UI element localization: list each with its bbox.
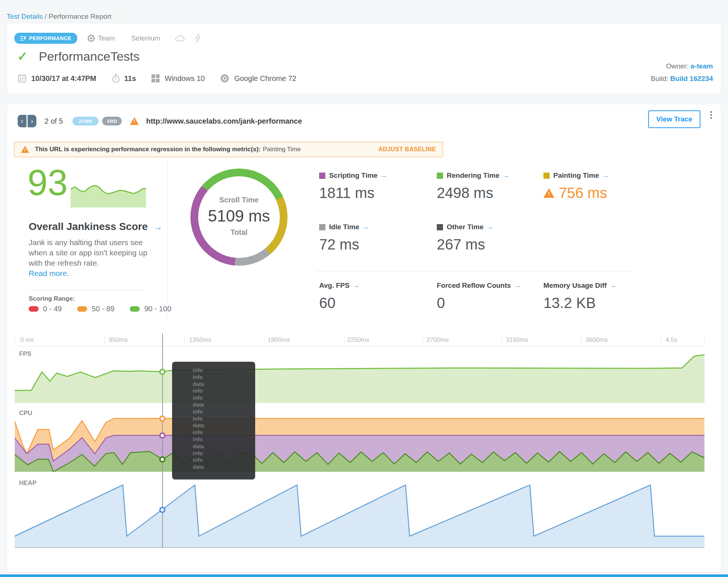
timeline-cursor[interactable] (162, 333, 163, 548)
page-url: http://www.saucelabs.com/jank-performanc… (146, 117, 302, 125)
metric-swatch (437, 173, 443, 179)
visibility-icon (88, 35, 95, 42)
tooltip-row: data (193, 422, 255, 429)
adjust-baseline-button[interactable]: ADJUST BASELINE (378, 146, 436, 153)
next-page-button[interactable]: › (28, 115, 36, 127)
build-line: Build: Build 162234 (651, 75, 713, 83)
metric-value: 72 ms (319, 236, 359, 253)
score-detail-arrow-icon[interactable]: → (154, 222, 163, 232)
metric-detail-arrow-icon[interactable]: → (381, 171, 388, 180)
owner-link[interactable]: a-team (690, 62, 713, 70)
metric-value: 0 (437, 295, 445, 311)
performance-badge: PERFORMANCE (14, 33, 77, 44)
lightning-icon (195, 34, 201, 43)
breadcrumb-test-details-link[interactable]: Test Details (7, 13, 43, 20)
score-sparkline (71, 184, 146, 208)
test-os: Windows 10 (165, 74, 205, 83)
metric-detail-arrow-icon[interactable]: → (362, 223, 369, 231)
banner-warning-icon (21, 146, 29, 153)
badge-row: PERFORMANCE Team Selenium (14, 33, 201, 44)
cursor-marker-2 (159, 432, 165, 439)
tick-label-1: 950ms (109, 336, 128, 344)
tooltip-row: info (193, 436, 255, 443)
read-more-link[interactable]: Read more. (29, 269, 69, 277)
team-label: Team (98, 34, 115, 42)
cursor-marker-3 (159, 456, 165, 463)
tooltip-row: info (193, 394, 255, 401)
test-title: PerformanceTests (39, 49, 140, 64)
view-trace-button[interactable]: View Trace (648, 110, 700, 128)
metric-painting-time: Painting Time→756 ms (543, 171, 609, 201)
cpu-chart[interactable] (15, 416, 704, 472)
metric-label: Painting Time (553, 171, 599, 180)
windows-icon (151, 74, 160, 82)
metrics-divider (316, 271, 634, 272)
metric-detail-arrow-icon[interactable]: → (514, 282, 521, 290)
timeline-axis: 0 ms950ms1350ms1800ms2250ms2700ms3150ms3… (15, 333, 704, 346)
metrics-row-2: Idle Time→72 msOther Time→267 ms (319, 223, 650, 267)
tooltip-row: info (193, 429, 255, 436)
test-header-card: PERFORMANCE Team Selenium ✓ PerformanceT… (7, 23, 721, 94)
prev-page-button[interactable]: ‹ (18, 115, 26, 127)
metric-label: Rendering Time (447, 171, 499, 180)
metric-detail-arrow-icon[interactable]: → (353, 282, 360, 290)
metric-detail-arrow-icon[interactable]: → (602, 171, 609, 180)
metric-value: 267 ms (437, 236, 485, 253)
test-date: 10/30/17 at 4:47PM (31, 74, 96, 83)
metric-swatch (543, 173, 550, 179)
tooltip-row: info (193, 408, 255, 415)
heap-chart-label: HEAP (19, 479, 36, 487)
jank-badge: JANK (72, 117, 99, 125)
metric-detail-arrow-icon[interactable]: → (502, 171, 509, 180)
page-position: 2 of 5 (44, 117, 63, 125)
test-browser: Google Chrome 72 (234, 74, 296, 83)
metric-memory-usage-diff: Memory Usage Diff→13.2 KB (543, 282, 617, 311)
tick-label-8: 4.5s (665, 336, 677, 344)
donut-label-bottom: Total (190, 228, 288, 237)
heap-chart[interactable] (15, 482, 704, 548)
tick-separator (423, 334, 423, 346)
stopwatch-icon (112, 74, 120, 83)
tooltip-row: data (193, 443, 255, 450)
tick-label-6: 3150ms (506, 336, 528, 344)
pass-check-icon: ✓ (17, 49, 28, 64)
range-swatch-1 (77, 306, 87, 312)
regression-banner: This URL is experiencing performance reg… (14, 142, 443, 157)
banner-metric: Painting Time (263, 146, 301, 153)
metric-swatch (319, 173, 325, 179)
fps-chart[interactable] (15, 346, 704, 403)
framework-label: Selenium (131, 34, 160, 42)
metric-swatch (319, 224, 325, 230)
score-divider (29, 290, 146, 290)
range-label-0: 0 - 49 (43, 305, 62, 313)
build-link[interactable]: Build 162234 (670, 75, 713, 82)
metric-rendering-time: Rendering Time→2498 ms (437, 171, 509, 201)
url-warning-icon (130, 117, 139, 125)
tooltip-row: info (193, 387, 255, 394)
metric-detail-arrow-icon[interactable]: → (610, 282, 617, 290)
chart-tooltip: infoinfodatainfoinfodatainfoinfodatainfo… (172, 362, 255, 479)
metric-other-time: Other Time→267 ms (437, 223, 493, 253)
donut-label-top: Scroll Time (190, 196, 288, 204)
kebab-menu[interactable]: ⋮ (707, 113, 715, 117)
meta-row: 10/30/17 at 4:47PM 11s Windows 10 Google… (18, 74, 296, 83)
metric-label: Memory Usage Diff (543, 282, 607, 290)
tick-separator (344, 334, 345, 346)
tick-separator (15, 334, 15, 346)
metric-value: 60 (319, 295, 336, 311)
metric-value: 1811 ms (319, 185, 374, 201)
metric-value: 2498 ms (437, 185, 493, 201)
tooltip-row: info (193, 457, 255, 464)
tick-separator (185, 334, 185, 346)
metric-scripting-time: Scripting Time→1811 ms (319, 171, 388, 201)
tick-label-5: 2700ms (427, 336, 449, 344)
range-label-1: 50 - 89 (92, 305, 114, 313)
tooltip-row: info (193, 367, 255, 374)
metric-avg-fps: Avg. FPS→60 (319, 282, 360, 311)
metric-detail-arrow-icon[interactable]: → (486, 223, 493, 231)
cursor-marker-4 (159, 507, 165, 513)
charts-baseline (15, 547, 704, 548)
cloud-icon (175, 35, 185, 42)
score-description: Jank is any halting that users see when … (29, 238, 147, 267)
column-divider (167, 162, 168, 316)
